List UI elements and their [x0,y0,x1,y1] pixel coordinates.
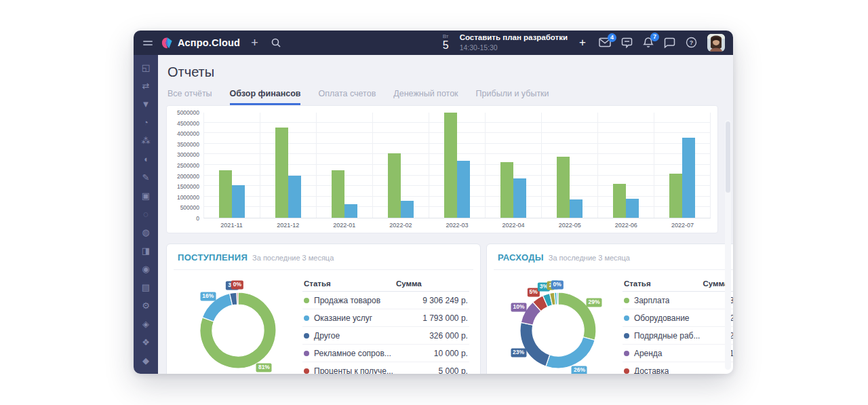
module-icon-8[interactable]: ▣ [134,187,158,205]
y-tick-label: 5000000 [177,109,199,116]
chat-icon[interactable] [664,37,675,48]
table-row[interactable]: Оказание услуг1 793 000 р. [302,309,469,327]
module-icon-4[interactable]: ◔ [134,113,158,132]
donut-percent-label: 0% [551,280,564,289]
donut-percent-label: 23% [511,348,526,357]
incomes-panel: ПОСТУПЛЕНИЯ За последние 3 месяца 81%16%… [166,244,481,374]
desktop-background: Аспро.Cloud + Вт 5 Составить план разраб… [0,0,868,405]
divider [494,269,733,270]
app-logo[interactable]: Аспро.Cloud [161,37,240,50]
article-label: Доставка [634,366,669,374]
help-icon[interactable]: ? [686,37,697,48]
table-row[interactable]: Аренда1 100 000 р. [623,345,733,362]
notifications-bell-icon[interactable]: 7 [643,37,654,48]
module-icon-3[interactable]: ▼ [134,95,158,113]
table-row[interactable]: Проценты к получе...5 000 р. [302,362,469,374]
event-time: 14:30-15:30 [460,43,568,52]
table-row[interactable]: Доставка555 000 р. [623,362,733,374]
tab-1[interactable]: Все отчёты [167,89,212,105]
y-tick-label: 3000000 [177,151,199,158]
tab-3[interactable]: Оплата счетов [318,89,376,105]
module-icon-16[interactable]: ❖ [134,333,158,351]
table-header-row: СтатьяСумма [302,275,469,292]
table-row[interactable]: Оборудование2 771 311 р. [623,309,733,327]
module-icon-10[interactable]: ◍ [134,223,158,242]
module-icon-1[interactable]: ◱ [134,58,158,77]
bar-expense-2022-03[interactable] [457,161,470,218]
donut-percent-label: 81% [256,363,272,372]
user-avatar[interactable] [707,34,725,52]
bar-income-2021-11[interactable] [219,170,232,218]
table-row[interactable]: Подрядные раб...2 455 000 р. [623,327,733,345]
create-new-icon[interactable]: + [251,37,258,49]
bar-expense-2021-12[interactable] [288,176,301,218]
bar-expense-2022-05[interactable] [570,199,583,218]
hamburger-menu-icon[interactable] [143,41,153,45]
upcoming-event[interactable]: Составить план разработки 14:30-15:30 [460,33,568,52]
bar-income-2022-03[interactable] [444,113,457,218]
donut-slice-23%[interactable] [520,322,550,366]
tab-4[interactable]: Денежный поток [393,89,458,105]
donut-slice-26%[interactable] [546,337,595,368]
incomes-table: СтатьяСуммаПродажа товаров9 306 249 р.Ок… [302,275,469,374]
bar-income-2022-07[interactable] [669,174,682,218]
mail-icon[interactable]: 4 [599,37,611,47]
reports-page: Отчеты Все отчётыОбзор финансовОплата сч… [158,55,733,374]
x-tick-label: 2022-06 [598,218,654,230]
bar-income-2022-02[interactable] [388,153,401,218]
bar-income-2022-06[interactable] [613,184,626,218]
bar-income-2022-05[interactable] [557,157,570,218]
module-icon-6[interactable]: ◖ [134,150,158,168]
module-icon-13[interactable]: ▤ [134,278,158,296]
bar-expense-2022-04[interactable] [513,178,526,218]
module-icon-17[interactable]: ◆ [134,351,158,370]
notes-icon[interactable] [621,37,633,48]
bar-income-2022-01[interactable] [332,170,344,218]
bar-income-2021-12[interactable] [275,128,288,218]
add-event-icon[interactable]: + [579,37,586,48]
bar-income-2022-04[interactable] [500,162,513,218]
tab-2[interactable]: Обзор финансов [230,89,301,105]
module-icon-12[interactable]: ◉ [134,260,158,278]
donut-slice-0%[interactable] [237,292,238,305]
bar-group-2022-04 [486,113,542,218]
article-label: Подрядные раб... [634,331,701,341]
y-tick-label: 500000 [180,204,199,211]
donut-slice-0%[interactable] [557,292,558,305]
calendar-date[interactable]: Вт 5 [443,34,449,51]
search-icon[interactable] [271,37,281,48]
table-row[interactable]: Другое326 000 р. [302,327,469,345]
bar-expense-2022-06[interactable] [626,199,639,218]
finance-overview-bar-chart: 0500000100000015000002000000250000030000… [166,105,718,233]
bar-group-2022-01 [317,113,373,218]
x-tick-label: 2022-04 [486,218,542,230]
module-icon-14[interactable]: ⚙ [134,296,158,315]
donut-percent-label: 10% [511,303,526,312]
table-row[interactable]: Рекламное сопров...10 000 р. [302,345,469,362]
vertical-scrollbar[interactable] [725,120,731,370]
series-color-dot [624,368,629,374]
table-row[interactable]: Зарплата3 069 355 р. [623,292,733,309]
bar-expense-2022-02[interactable] [401,201,414,218]
top-navigation-bar: Аспро.Cloud + Вт 5 Составить план разраб… [134,31,733,55]
table-row[interactable]: Продажа товаров9 306 249 р. [302,292,469,309]
x-tick-label: 2022-03 [429,218,485,230]
event-title: Составить план разработки [460,33,568,43]
tab-5[interactable]: Прибыли и убытки [476,89,549,105]
module-icon-15[interactable]: ◈ [134,315,158,333]
module-icon-2[interactable]: ⇄ [134,77,158,95]
module-icon-7[interactable]: ✎ [134,168,158,187]
module-icon-11[interactable]: ◨ [134,242,158,260]
column-article: Статья [304,279,331,288]
module-icon-9[interactable]: ◌ [134,205,158,223]
bar-expense-2021-11[interactable] [232,185,245,218]
module-icon-5[interactable]: ⁂ [134,132,158,150]
y-tick-label: 4500000 [177,120,199,127]
x-tick-label: 2021-12 [260,218,316,230]
expenses-panel-title: РАСХОДЫ [498,252,544,263]
bar-expense-2022-01[interactable] [344,204,357,218]
scrollbar-thumb[interactable] [726,121,730,193]
bar-group-2021-11 [204,113,260,218]
bar-expense-2022-07[interactable] [682,138,695,218]
chart-plot-area [203,113,711,218]
